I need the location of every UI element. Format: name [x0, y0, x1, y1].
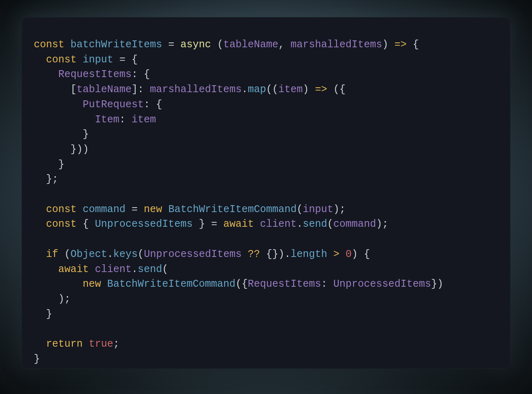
- id-input: input: [83, 54, 113, 66]
- id-UnprocessedItems: UnprocessedItems: [144, 248, 242, 260]
- id-UnprocessedItems: UnprocessedItems: [95, 218, 193, 230]
- cls-Object: Object: [70, 248, 107, 260]
- id-item: item: [132, 114, 156, 126]
- comma: ,: [278, 39, 290, 51]
- op-eq: =: [125, 204, 144, 215]
- op-eq: =: [113, 54, 132, 66]
- code-card: const batchWriteItems = async (tableName…: [22, 17, 510, 369]
- lb: {: [413, 39, 419, 51]
- param-tableName: tableName: [223, 39, 278, 51]
- dot: .: [297, 218, 303, 230]
- kw-await: await: [58, 263, 89, 275]
- rb: }: [34, 353, 40, 365]
- colon: :: [138, 84, 150, 95]
- prop-PutRequest: PutRequest: [83, 99, 144, 111]
- lb: {: [144, 69, 150, 80]
- prop-RequestItems: RequestItems: [58, 69, 132, 80]
- param-item: item: [278, 84, 303, 95]
- fn-send: send: [138, 263, 162, 275]
- param-marshalledItems: marshalledItems: [290, 39, 382, 51]
- rb: }: [431, 278, 437, 290]
- lp: (: [327, 218, 333, 230]
- lp: (: [138, 248, 144, 260]
- fn-batchWriteItems: batchWriteItems: [70, 39, 162, 51]
- rp: ): [333, 204, 339, 215]
- lp: (: [64, 248, 70, 260]
- kw-const: const: [46, 218, 77, 230]
- kw-new: new: [144, 204, 162, 215]
- kw-const: const: [46, 54, 77, 66]
- lp: (: [272, 84, 278, 95]
- id-client: client: [95, 263, 132, 275]
- id-client: client: [260, 218, 297, 230]
- lb: {: [339, 84, 345, 95]
- rp: ): [278, 248, 284, 260]
- id-UnprocessedItems-2: UnprocessedItems: [333, 278, 431, 290]
- prop-Item: Item: [95, 114, 119, 126]
- semi: ;: [382, 218, 388, 230]
- lb: {: [156, 99, 162, 111]
- cls-BatchWriteItemCommand: BatchWriteItemCommand: [107, 278, 235, 290]
- kw-new: new: [83, 278, 101, 290]
- lp: (: [162, 263, 168, 275]
- op-gt: >: [327, 248, 345, 260]
- rb: }: [70, 144, 77, 155]
- colon: :: [144, 99, 156, 111]
- semi: ;: [339, 204, 345, 215]
- colon: :: [132, 69, 144, 80]
- lbr: [: [70, 84, 77, 95]
- cls-BatchWriteItemCommand: BatchWriteItemCommand: [168, 204, 297, 215]
- sp: [211, 39, 217, 51]
- stage: const batchWriteItems = async (tableName…: [0, 0, 532, 394]
- rb: }: [199, 218, 205, 230]
- op-qq: ??: [242, 248, 266, 260]
- kw-const: const: [46, 204, 77, 215]
- semi: ;: [64, 293, 70, 305]
- id-input: input: [303, 204, 333, 215]
- lp: (: [235, 278, 242, 290]
- lp: (: [266, 84, 272, 95]
- id-tableName: tableName: [77, 84, 132, 95]
- rp: ): [303, 84, 309, 95]
- lp: (: [297, 204, 303, 215]
- dot: .: [242, 84, 248, 95]
- rb: }: [46, 173, 52, 185]
- fn-send: send: [303, 218, 327, 230]
- semi: ;: [52, 173, 58, 185]
- rp: ): [352, 248, 358, 260]
- rp: ): [77, 144, 83, 155]
- lit-true: true: [89, 338, 113, 350]
- rb: }: [46, 308, 52, 320]
- num-zero: 0: [345, 248, 352, 260]
- rp: ): [382, 39, 388, 51]
- lb: {: [266, 248, 272, 260]
- rb: }: [83, 128, 89, 140]
- dot: .: [284, 248, 290, 260]
- kw-if: if: [46, 248, 58, 260]
- lb: {: [364, 248, 370, 260]
- lb: {: [83, 218, 89, 230]
- rp: ): [83, 144, 89, 155]
- kw-return: return: [46, 338, 83, 350]
- lb: {: [242, 278, 248, 290]
- id-command: command: [333, 218, 376, 230]
- lb: {: [132, 54, 138, 66]
- rbr: ]: [132, 84, 138, 95]
- fn-map: map: [248, 84, 266, 95]
- rb: }: [58, 159, 64, 170]
- fn-keys: keys: [113, 248, 138, 260]
- rp: ): [58, 293, 64, 305]
- arrow: =>: [388, 39, 413, 51]
- dot: .: [132, 263, 138, 275]
- lp: (: [333, 84, 339, 95]
- dot: .: [107, 248, 113, 260]
- op-eq: =: [162, 39, 180, 51]
- kw-await: await: [223, 218, 254, 230]
- kw-const: const: [34, 39, 64, 51]
- semi: ;: [113, 338, 119, 350]
- kw-async: async: [180, 39, 211, 51]
- rb: }: [272, 248, 278, 260]
- rp: ): [376, 218, 382, 230]
- arrow: =>: [309, 84, 333, 95]
- op-eq: =: [205, 218, 223, 230]
